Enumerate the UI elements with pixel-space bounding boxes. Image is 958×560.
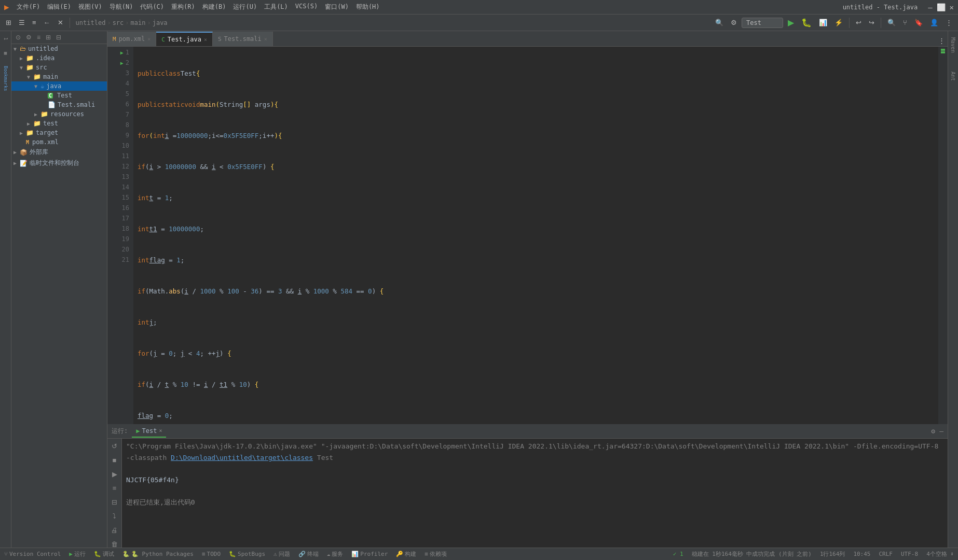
status-indent[interactable]: 4个空格 ⬇	[926, 550, 954, 558]
clear-btn[interactable]: 🗑	[110, 539, 119, 548]
status-python-packages[interactable]: 🐍 🐍 Python Packages	[122, 551, 194, 557]
redo-button[interactable]: ↪	[866, 17, 877, 28]
toolbar-btn3[interactable]: ≡	[30, 17, 39, 28]
status-terminal[interactable]: 🔗 终端	[298, 550, 319, 558]
sidebar-settings-btn[interactable]: ⚙	[24, 33, 34, 42]
git-button[interactable]: ⑂	[900, 17, 910, 28]
code-content[interactable]: public class Test { public static void m…	[133, 47, 938, 424]
breadcrumb-java[interactable]: java	[153, 19, 168, 26]
menu-tools[interactable]: 工具(L)	[261, 2, 291, 12]
status-position[interactable]: 1行164列	[820, 550, 845, 558]
run-config-selector[interactable]: Test	[742, 18, 783, 28]
tab-close-pom[interactable]: ×	[147, 36, 150, 42]
tab-pom-xml[interactable]: M pom.xml ×	[107, 32, 156, 46]
tree-item-scratches[interactable]: ▶ 📝 临时文件和控制台	[11, 158, 107, 169]
status-build[interactable]: 🔑 构建	[396, 550, 416, 558]
tree-item-test-smali[interactable]: 📄 Test.smali	[11, 100, 107, 109]
menu-build[interactable]: 构建(B)	[199, 2, 229, 12]
commit-panel-btn[interactable]: ▦	[3, 46, 8, 60]
breadcrumb-untitled[interactable]: untitled	[76, 19, 106, 26]
menu-navigate[interactable]: 导航(N)	[106, 2, 136, 12]
tree-item-main[interactable]: ▼ 📁 main	[11, 72, 107, 81]
menu-help[interactable]: 帮助(H)	[353, 2, 383, 12]
code-editor[interactable]: ▶1 ▶2 3 4 5 6 7 8 9 10 11 12 13 14 15 16…	[107, 47, 948, 424]
toolbar-search[interactable]: 🔍	[713, 17, 726, 28]
profile-button[interactable]: ⚡	[832, 17, 845, 28]
tab-close-smali[interactable]: ×	[264, 36, 267, 42]
menu-code[interactable]: 代码(C)	[137, 2, 167, 12]
more-button[interactable]: ⋮	[943, 17, 955, 28]
toolbar-settings[interactable]: ⚙	[728, 17, 740, 28]
run-panel-settings[interactable]: ⚙	[931, 427, 935, 435]
stop-button[interactable]: ■	[111, 455, 118, 466]
status-line-ending[interactable]: CRLF	[879, 551, 893, 557]
scroll-btn[interactable]: ⤵	[111, 511, 118, 522]
tab-test-smali[interactable]: S Test.smali ×	[213, 32, 273, 46]
undo-button[interactable]: ↩	[853, 17, 864, 28]
status-spotbugs[interactable]: 🐛 SpotBugs	[229, 551, 265, 557]
status-todo[interactable]: ≡ TODO	[202, 551, 221, 557]
sidebar-filter-btn[interactable]: ≡	[35, 33, 43, 42]
filter-btn[interactable]: ⊟	[110, 497, 119, 508]
tab-more-btn[interactable]: ⋮	[936, 35, 948, 46]
menu-edit[interactable]: 编辑(E)	[44, 2, 74, 12]
maximize-button[interactable]: ⬜	[937, 3, 946, 11]
status-services[interactable]: ☁ 服务	[327, 550, 344, 558]
status-dependencies[interactable]: ≡ 依赖项	[425, 550, 447, 558]
tree-item-java[interactable]: ▼ ☕ java	[11, 81, 107, 91]
tree-item-test-class[interactable]: C Test	[11, 91, 107, 100]
menu-refactor[interactable]: 重构(R)	[168, 2, 198, 12]
ant-panel-btn[interactable]: Ant	[950, 67, 956, 85]
maven-panel-btn[interactable]: Maven	[950, 33, 956, 57]
menu-view[interactable]: 视图(V)	[75, 2, 105, 12]
classpath-link[interactable]: D:\Download\untitled\target\classes	[171, 454, 313, 461]
run-panel-tab[interactable]: ▶ Test ×	[132, 425, 166, 438]
minimize-button[interactable]: —	[928, 3, 932, 11]
status-debug[interactable]: 🐛 调试	[94, 550, 114, 558]
status-problems[interactable]: ⚠ 问题	[273, 550, 290, 558]
tree-item-external[interactable]: ▶ 📦 外部库	[11, 147, 107, 158]
sidebar-collapse-btn[interactable]: ⊟	[54, 33, 63, 42]
tab-close-test[interactable]: ×	[204, 37, 207, 43]
run-panel-close[interactable]: —	[939, 427, 943, 435]
user-button[interactable]: 👤	[927, 17, 941, 28]
menu-vcs[interactable]: VCS(S)	[292, 2, 321, 12]
status-run[interactable]: ▶ 运行	[69, 550, 86, 558]
code-line-1: public class Test {	[138, 68, 938, 79]
tab-test-java[interactable]: C Test.java ×	[156, 32, 213, 46]
debug-button[interactable]: 🐛	[799, 16, 814, 29]
tree-item-idea[interactable]: ▶ 📁 .idea	[11, 53, 107, 63]
tree-item-pom[interactable]: M pom.xml	[11, 137, 107, 147]
tree-item-src[interactable]: ▼ 📁 src	[11, 63, 107, 72]
breadcrumb-main[interactable]: main	[131, 19, 146, 26]
run-button[interactable]: ▶	[785, 16, 797, 29]
status-version-control[interactable]: ⑂ Version Control	[4, 551, 61, 557]
status-encoding[interactable]: UTF-8	[901, 551, 918, 557]
menu-file[interactable]: 文件(F)	[13, 2, 44, 12]
tree-item-resources[interactable]: ▶ 📁 resources	[11, 109, 107, 119]
tree-item-untitled[interactable]: ▼ 🗁 untitled	[11, 44, 107, 53]
output-btn[interactable]: ≡	[111, 483, 118, 494]
status-profiler[interactable]: 📊 Profiler	[351, 551, 388, 557]
breadcrumb-src[interactable]: src	[113, 19, 124, 26]
bookmarks-panel-btn[interactable]: Bookmarks	[3, 62, 8, 95]
toolbar-btn5[interactable]: ✕	[55, 17, 66, 28]
tree-item-test-folder[interactable]: ▶ 📁 test	[11, 119, 107, 128]
sidebar-sync-btn[interactable]: ⊙	[13, 33, 23, 42]
print-btn[interactable]: 🖨	[110, 525, 119, 536]
tree-item-target[interactable]: ▶ 📁 target	[11, 128, 107, 137]
close-button[interactable]: ✕	[950, 3, 954, 11]
rerun-button[interactable]: ↺	[110, 441, 119, 452]
toolbar-btn2[interactable]: ☰	[16, 17, 28, 28]
sidebar-expand-btn[interactable]: ⊞	[44, 33, 53, 42]
breadcrumb: untitled › src › main › java	[76, 19, 168, 26]
resume-button[interactable]: ▶	[111, 469, 119, 480]
project-panel-btn[interactable]: 1	[3, 33, 8, 44]
coverage-button[interactable]: 📊	[816, 17, 830, 28]
menu-run[interactable]: 运行(U)	[230, 2, 260, 12]
find-button[interactable]: 🔍	[885, 17, 898, 28]
menu-window[interactable]: 窗口(W)	[322, 2, 352, 12]
bookmark-button[interactable]: 🔖	[912, 17, 925, 28]
toolbar-btn4[interactable]: ←	[41, 17, 53, 28]
toolbar-project-btn[interactable]: ⊞	[3, 17, 14, 28]
